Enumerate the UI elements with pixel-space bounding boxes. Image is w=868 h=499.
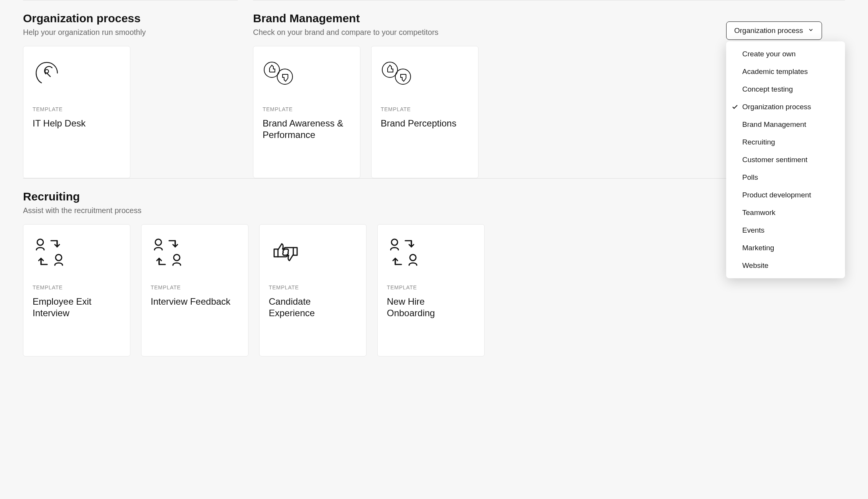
svg-point-6 — [56, 254, 62, 261]
template-title: Interview Feedback — [151, 296, 239, 307]
headset-icon — [33, 57, 121, 91]
section-divider — [23, 0, 238, 0]
template-card-interview-feedback[interactable]: TEMPLATE Interview Feedback — [141, 224, 248, 356]
svg-point-5 — [37, 239, 43, 245]
dropdown-item-label: Events — [742, 226, 764, 235]
dropdown-item-label: Concept testing — [742, 85, 793, 94]
dropdown-item-marketing[interactable]: Marketing — [726, 239, 845, 257]
thumbs-up-down-icon — [381, 57, 469, 91]
dropdown-item-label: Organization process — [742, 103, 811, 111]
template-title: Employee Exit Interview — [33, 296, 121, 319]
thumbs-up-down-icon — [263, 57, 351, 91]
template-card-candidate-experience[interactable]: TEMPLATE Candidate Experience — [259, 224, 367, 356]
svg-point-8 — [174, 254, 180, 261]
template-eyebrow: TEMPLATE — [151, 284, 239, 291]
template-card-employee-exit-interview[interactable]: TEMPLATE Employee Exit Interview — [23, 224, 130, 356]
dropdown-selected-label: Organization process — [734, 26, 803, 35]
dropdown-item-label: Create your own — [742, 50, 796, 58]
people-swap-icon — [387, 235, 475, 269]
section-title: Organization process — [23, 12, 238, 25]
dropdown-item-events[interactable]: Events — [726, 222, 845, 239]
thumbs-pair-icon — [269, 235, 357, 269]
dropdown-item-label: Product development — [742, 191, 811, 199]
dropdown-item-label: Teamwork — [742, 208, 776, 217]
template-title: New Hire Onboarding — [387, 296, 475, 319]
section-subtitle: Help your organization run smoothly — [23, 28, 238, 37]
section-divider — [253, 0, 845, 0]
people-swap-icon — [151, 235, 239, 269]
svg-point-0 — [45, 69, 48, 73]
dropdown-item-customer-sentiment[interactable]: Customer sentiment — [726, 151, 845, 169]
template-eyebrow: TEMPLATE — [263, 106, 351, 112]
template-title: IT Help Desk — [33, 118, 121, 129]
dropdown-item-product-development[interactable]: Product development — [726, 186, 845, 204]
chevron-down-icon — [808, 26, 814, 35]
dropdown-item-website[interactable]: Website — [726, 257, 845, 274]
template-eyebrow: TEMPLATE — [269, 284, 357, 291]
template-eyebrow: TEMPLATE — [381, 106, 469, 112]
section-subtitle: Assist with the recruitment process — [23, 206, 845, 215]
template-eyebrow: TEMPLATE — [33, 284, 121, 291]
dropdown-item-label: Polls — [742, 173, 758, 182]
dropdown-item-label: Customer sentiment — [742, 156, 807, 164]
template-card-brand-awareness[interactable]: TEMPLATE Brand Awareness & Performance — [253, 46, 360, 178]
section-header-organization-process: Organization process Help your organizat… — [23, 12, 238, 37]
dropdown-item-label: Brand Management — [742, 120, 806, 129]
dropdown-item-label: Website — [742, 261, 768, 270]
template-eyebrow: TEMPLATE — [387, 284, 475, 291]
svg-point-9 — [391, 239, 398, 245]
dropdown-item-organization-process[interactable]: Organization process — [726, 98, 845, 116]
section-title: Recruiting — [23, 190, 845, 203]
category-dropdown: Organization process Create your own Aca… — [726, 21, 845, 278]
template-title: Candidate Experience — [269, 296, 357, 319]
svg-point-10 — [410, 254, 416, 261]
svg-point-4 — [395, 69, 411, 84]
template-card-it-help-desk[interactable]: TEMPLATE IT Help Desk — [23, 46, 130, 178]
dropdown-item-label: Recruiting — [742, 138, 775, 146]
template-title: Brand Awareness & Performance — [263, 118, 351, 141]
svg-point-7 — [155, 239, 161, 245]
section-header-recruiting: Recruiting Assist with the recruitment p… — [23, 190, 845, 215]
template-card-brand-perceptions[interactable]: TEMPLATE Brand Perceptions — [371, 46, 478, 178]
svg-point-2 — [277, 69, 293, 84]
category-dropdown-menu: Create your own Academic templates Conce… — [726, 41, 845, 278]
dropdown-item-label: Marketing — [742, 244, 774, 252]
dropdown-item-teamwork[interactable]: Teamwork — [726, 204, 845, 222]
dropdown-item-polls[interactable]: Polls — [726, 169, 845, 186]
template-eyebrow: TEMPLATE — [33, 106, 121, 112]
dropdown-item-academic-templates[interactable]: Academic templates — [726, 63, 845, 80]
section-divider — [23, 178, 845, 179]
template-title: Brand Perceptions — [381, 118, 469, 129]
category-dropdown-button[interactable]: Organization process — [726, 21, 822, 40]
check-icon — [732, 103, 742, 110]
dropdown-item-concept-testing[interactable]: Concept testing — [726, 80, 845, 98]
dropdown-item-brand-management[interactable]: Brand Management — [726, 116, 845, 133]
people-swap-icon — [33, 235, 121, 269]
dropdown-item-create-your-own[interactable]: Create your own — [726, 45, 845, 63]
template-card-new-hire-onboarding[interactable]: TEMPLATE New Hire Onboarding — [377, 224, 485, 356]
dropdown-item-label: Academic templates — [742, 67, 808, 76]
dropdown-item-recruiting[interactable]: Recruiting — [726, 133, 845, 151]
